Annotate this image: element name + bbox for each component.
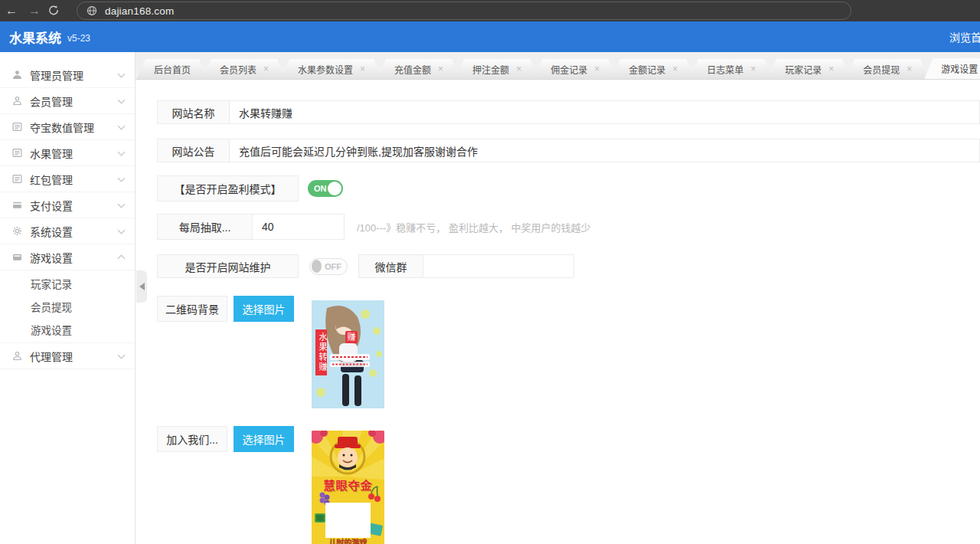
sidebar-item-agent-manage[interactable]: 代理管理	[0, 343, 135, 369]
sidebar-subitem-player-records[interactable]: 玩家记录	[0, 272, 135, 295]
tab-label: 佣金记录	[550, 63, 587, 76]
tab-player-records[interactable]: 玩家记录	[768, 59, 851, 79]
tab-log-menu[interactable]: 日志菜单	[690, 59, 773, 79]
profit-mode-row: 【是否开启盈利模式】 ON	[157, 175, 980, 202]
close-icon[interactable]	[906, 64, 912, 74]
wechat-group-input[interactable]	[423, 254, 574, 278]
site-name-input[interactable]	[230, 100, 980, 124]
url-text: dajian168.com	[105, 5, 174, 17]
qr-background-label: 二维码背景	[157, 296, 227, 322]
sidebar-item-redpacket-manage[interactable]: 红包管理	[0, 166, 135, 192]
site-notice-input[interactable]	[230, 139, 980, 162]
per-round-cut-hint: /100---》稳赚不亏， 盈利比越大， 中奖用户的钱越少	[357, 220, 591, 234]
close-icon[interactable]	[516, 64, 521, 74]
tab-label: 游戏设置	[941, 62, 978, 75]
sidebar-item-fruit-manage[interactable]: 水果管理	[0, 140, 135, 166]
sidebar: 管理员管理 会员管理 夺宝数值管理 水果管理 红包管理 支付设置 系统设置 游	[0, 52, 136, 544]
list-icon	[12, 148, 23, 159]
per-round-cut-row: 每局抽取... /100---》稳赚不亏， 盈利比越大， 中奖用户的钱越少	[157, 214, 980, 240]
tab-member-list[interactable]: 会员列表	[203, 59, 286, 79]
collapse-arrow-icon	[139, 283, 145, 290]
tab-amount-records[interactable]: 金额记录	[612, 59, 694, 79]
per-round-cut-label: 每局抽取...	[157, 214, 253, 240]
qr-pick-image-button[interactable]: 选择图片	[234, 296, 294, 322]
sidebar-item-game-settings[interactable]: 游戏设置	[0, 244, 135, 270]
toggle-knob	[312, 260, 322, 273]
tab-game-settings[interactable]: 游戏设置	[924, 58, 980, 79]
tab-label: 会员提现	[863, 63, 900, 76]
maintenance-toggle[interactable]: OFF	[309, 258, 348, 275]
close-icon[interactable]	[360, 64, 365, 74]
gear-icon	[12, 226, 23, 237]
tab-bar: 后台首页 会员列表 水果参数设置 充值金额 押注金额 佣金记录 金额记录 日志菜…	[136, 52, 980, 80]
list-icon	[12, 122, 23, 133]
app-header: 水果系统 v5-23 浏览首页	[0, 21, 980, 52]
toggle-off-label: OFF	[325, 262, 341, 271]
join-us-row: 加入我们... 选择图片	[157, 426, 980, 544]
forward-icon[interactable]: →	[23, 0, 46, 21]
preview-title-text: 慧眼夺金	[312, 477, 384, 493]
sidebar-item-admin-manage[interactable]: 管理员管理	[0, 62, 135, 88]
site-name-label: 网站名称	[157, 100, 230, 124]
app-title: 水果系统	[9, 28, 61, 47]
chevron-up-icon	[118, 255, 126, 263]
close-icon[interactable]	[438, 64, 443, 74]
game-settings-submenu: 玩家记录 会员提现 游戏设置	[0, 270, 135, 343]
browser-toolbar: ← → dajian168.com	[0, 0, 980, 21]
site-notice-label: 网站公告	[157, 139, 230, 162]
tab-label: 金额记录	[629, 63, 665, 76]
profit-mode-label: 【是否开启盈利模式】	[157, 175, 299, 202]
tab-label: 押注金额	[472, 63, 509, 76]
toggle-knob	[328, 182, 341, 195]
chevron-down-icon	[118, 200, 126, 208]
sidebar-item-duobao-values[interactable]: 夺宝数值管理	[0, 114, 135, 140]
url-bar[interactable]: dajian168.com	[77, 2, 851, 20]
panel-icon	[12, 252, 23, 263]
tab-label: 玩家记录	[785, 63, 822, 76]
preview-badge-text: 赚	[345, 331, 358, 343]
refresh-icon[interactable]	[46, 0, 69, 22]
close-icon[interactable]	[263, 64, 269, 74]
tab-label: 后台首页	[154, 63, 191, 76]
browse-home-link[interactable]: 浏览首页	[949, 21, 980, 52]
sidebar-item-member-manage[interactable]: 会员管理	[0, 88, 135, 114]
close-icon[interactable]	[672, 64, 678, 74]
join-us-preview-image[interactable]: 慧眼夺金 儿时的游戏	[312, 431, 384, 544]
join-us-pick-image-button[interactable]: 选择图片	[234, 426, 294, 452]
tab-label: 会员列表	[220, 63, 256, 76]
person-outline-icon	[12, 351, 23, 362]
sidebar-subitem-game-settings[interactable]: 游戏设置	[0, 318, 135, 341]
tab-recharge-amount[interactable]: 充值金额	[377, 59, 460, 79]
close-icon[interactable]	[828, 64, 834, 74]
maintenance-row: 是否开启网站维护 OFF 微信群	[157, 254, 980, 278]
per-round-cut-input[interactable]	[253, 214, 345, 240]
sidebar-subitem-member-withdraw[interactable]: 会员提现	[0, 295, 135, 318]
sidebar-item-payment-settings[interactable]: 支付设置	[0, 192, 135, 218]
close-icon[interactable]	[594, 64, 599, 74]
tab-fruit-params[interactable]: 水果参数设置	[281, 59, 382, 79]
tab-backend-home[interactable]: 后台首页	[137, 59, 207, 79]
join-us-label: 加入我们...	[157, 426, 227, 452]
preview-ribbon-text: 水果转赚	[315, 329, 327, 375]
tab-label: 水果参数设置	[298, 63, 353, 76]
back-icon[interactable]: ←	[0, 0, 23, 21]
chevron-down-icon	[118, 351, 126, 359]
close-icon[interactable]	[750, 64, 756, 74]
tab-member-withdraw[interactable]: 会员提现	[846, 59, 929, 79]
profit-mode-toggle[interactable]: ON	[308, 180, 343, 197]
tab-bet-amount[interactable]: 押注金额	[456, 59, 538, 79]
sidebar-item-system-settings[interactable]: 系统设置	[0, 218, 135, 244]
chevron-down-icon	[118, 96, 126, 103]
globe-icon	[87, 5, 97, 16]
tab-label: 充值金额	[394, 63, 431, 76]
tab-label: 日志菜单	[707, 63, 743, 76]
site-notice-row: 网站公告	[157, 139, 980, 162]
tab-commission-records[interactable]: 佣金记录	[534, 59, 616, 79]
person-outline-icon	[12, 96, 23, 107]
qr-background-preview-image[interactable]: 水果转赚 赚	[312, 300, 384, 408]
card-icon	[12, 200, 23, 211]
sidebar-collapse-handle[interactable]	[136, 270, 147, 303]
chevron-down-icon	[118, 148, 126, 156]
toggle-on-label: ON	[314, 184, 328, 193]
chevron-down-icon	[118, 174, 126, 182]
